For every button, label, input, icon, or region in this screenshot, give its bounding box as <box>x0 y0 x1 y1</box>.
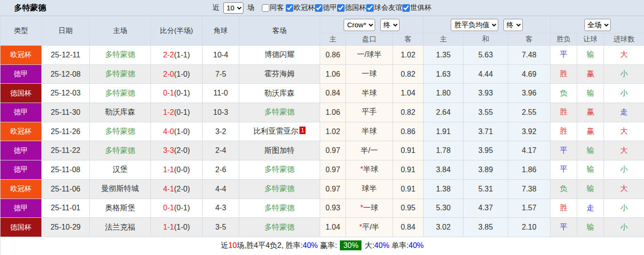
euro-away-odds: 3.96 <box>508 84 550 103</box>
euro-draw-odds: 3.89 <box>463 160 508 180</box>
league-badge[interactable]: 欧冠杯 <box>0 122 42 141</box>
handicap-time-select[interactable]: 终 <box>380 19 400 31</box>
col-header-home: 主场 <box>90 16 151 46</box>
handicap-result: 输 <box>577 141 604 160</box>
away-team-link[interactable]: 博德闪耀 <box>239 46 320 65</box>
odds-type-select[interactable]: 胜平负均值 <box>451 19 498 31</box>
euro-away-odds: 3.92 <box>508 122 550 141</box>
league-filter-0: 欧冠杯 <box>286 3 315 12</box>
corner-score: 11-0 <box>203 84 239 103</box>
league-badge[interactable]: 德甲 <box>0 199 42 218</box>
summary-text: 近10场,胜4平4负2, 胜率:40% 赢率: 30% 大:40% 单率:40% <box>0 237 644 255</box>
summary-segment: 单率: <box>389 241 408 249</box>
col-header-handicap-away: 客 <box>393 33 424 46</box>
home-team-link[interactable]: 曼彻斯特城 <box>90 179 151 199</box>
league-badge[interactable]: 德国杯 <box>0 218 42 237</box>
league-checkbox[interactable] <box>366 4 374 12</box>
goals-result: 大 <box>604 122 644 141</box>
euro-draw-odds: 3.71 <box>463 122 508 141</box>
same-opponent-filter: 同客 <box>262 3 284 12</box>
home-team-link[interactable]: 法兰克福 <box>90 218 151 237</box>
goals-result: 小 <box>604 218 644 237</box>
match-row: 德甲25-11-22多特蒙德3-3(2-0)2-4斯图加特0.97半/一0.91… <box>0 141 644 160</box>
league-badge[interactable]: 德甲 <box>0 64 42 84</box>
corner-score: 3-2 <box>203 122 239 141</box>
away-team-link[interactable]: 斯图加特 <box>239 141 320 160</box>
home-team-link[interactable]: 多特蒙德 <box>90 64 151 84</box>
goals-result: 走 <box>604 103 644 122</box>
wdl-result: 平 <box>550 46 577 65</box>
league-checkbox[interactable] <box>315 4 322 12</box>
league-filter-2: 德国杯 <box>337 3 366 12</box>
fulltime-select[interactable]: 全场 <box>584 19 611 31</box>
handicap-home-odds: 1.04 <box>320 218 346 237</box>
wdl-result: 平 <box>550 218 577 237</box>
away-team-link[interactable]: 多特蒙德 <box>239 103 320 122</box>
league-badge[interactable]: 德国杯 <box>0 84 42 103</box>
corner-score: 4-3 <box>203 199 239 218</box>
league-badge[interactable]: 德甲 <box>0 160 42 180</box>
same-opponent-checkbox[interactable] <box>262 4 269 12</box>
league-badge[interactable]: 欧冠杯 <box>0 46 42 65</box>
col-header-type: 类型 <box>0 16 42 46</box>
away-team-badge: 1 <box>299 127 306 134</box>
match-row: 欧冠杯25-11-26多特蒙德4-0(1-0)3-2比利亚雷亚尔11.02半球0… <box>0 122 644 141</box>
handicap-away-odds: 0.84 <box>393 218 424 237</box>
away-team-link[interactable]: 多特蒙德 <box>239 179 320 199</box>
score-cell: 1-1(0-0) <box>151 160 203 180</box>
home-team-link[interactable]: 奥格斯堡 <box>90 199 151 218</box>
handicap-home-odds: 0.97 <box>320 179 346 199</box>
match-date: 25-11-06 <box>42 179 90 199</box>
handicap-away-odds: 0.82 <box>393 64 424 84</box>
handicap-away-odds: 0.91 <box>393 179 424 199</box>
away-team-link[interactable]: 比利亚雷亚尔1 <box>239 122 320 141</box>
summary-segment: 40% <box>374 241 389 249</box>
bookmaker-select[interactable]: Crow* <box>344 19 375 31</box>
league-label: 德甲 <box>323 3 337 12</box>
home-team-link[interactable]: 多特蒙德 <box>90 46 151 65</box>
league-checkbox[interactable] <box>337 4 345 12</box>
home-team-link[interactable]: 汉堡 <box>90 160 151 180</box>
handicap-away-odds: 1.04 <box>393 84 424 103</box>
score-cell: 4-0(1-0) <box>151 122 203 141</box>
home-team-link[interactable]: 勒沃库森 <box>90 103 151 122</box>
goals-result: 大 <box>604 179 644 199</box>
corner-score: 10-4 <box>203 46 239 65</box>
recent-count-select[interactable]: 10 <box>223 2 243 14</box>
handicap-result: 赢 <box>577 122 604 141</box>
league-checkbox[interactable] <box>402 4 410 12</box>
odds-time-select[interactable]: 终 <box>503 19 523 31</box>
away-team-link[interactable]: 多特蒙德 <box>239 218 320 237</box>
home-team-link[interactable]: 多特蒙德 <box>90 84 151 103</box>
match-date: 25-11-30 <box>42 103 90 122</box>
euro-home-odds: 1.35 <box>424 46 463 65</box>
handicap-result: 走 <box>577 199 604 218</box>
league-checkbox[interactable] <box>286 4 293 12</box>
handicap-result: 输 <box>577 179 604 199</box>
summary-segment: 近 <box>221 241 228 249</box>
league-badge[interactable]: 德甲 <box>0 103 42 122</box>
league-badge[interactable]: 欧冠杯 <box>0 179 42 199</box>
away-team-link[interactable]: 多特蒙德 <box>239 160 320 180</box>
match-row: 欧冠杯25-12-11多特蒙德2-2(1-1)10-4博德闪耀0.86一/球半1… <box>0 46 644 65</box>
league-filter-1: 德甲 <box>315 3 337 12</box>
corner-score: 3-5 <box>203 218 239 237</box>
match-row: 德甲25-12-08多特蒙德2-0(1-0)7-5霍芬海姆1.06一球0.821… <box>0 64 644 84</box>
match-date: 25-10-29 <box>42 218 90 237</box>
league-label: 德国杯 <box>345 3 366 12</box>
league-badge[interactable]: 德甲 <box>0 141 42 160</box>
home-team-link[interactable]: 多特蒙德 <box>90 141 151 160</box>
goals-result: 大 <box>604 46 644 65</box>
score-cell: 0-1(0-1) <box>151 199 203 218</box>
col-header-goals: 进球数 <box>604 33 644 46</box>
away-team-link[interactable]: 多特蒙德 <box>239 199 320 218</box>
home-team-link[interactable]: 多特蒙德 <box>90 122 151 141</box>
euro-draw-odds: 4.44 <box>463 64 508 84</box>
score-cell: 1-2(0-1) <box>151 103 203 122</box>
goals-result: 大 <box>604 141 644 160</box>
league-label: 球会友谊 <box>374 3 402 12</box>
handicap-away-odds: 0.82 <box>393 103 424 122</box>
league-filter-4: 世俱杯 <box>402 3 432 12</box>
away-team-link[interactable]: 勒沃库森 <box>239 84 320 103</box>
away-team-link[interactable]: 霍芬海姆 <box>239 64 320 84</box>
